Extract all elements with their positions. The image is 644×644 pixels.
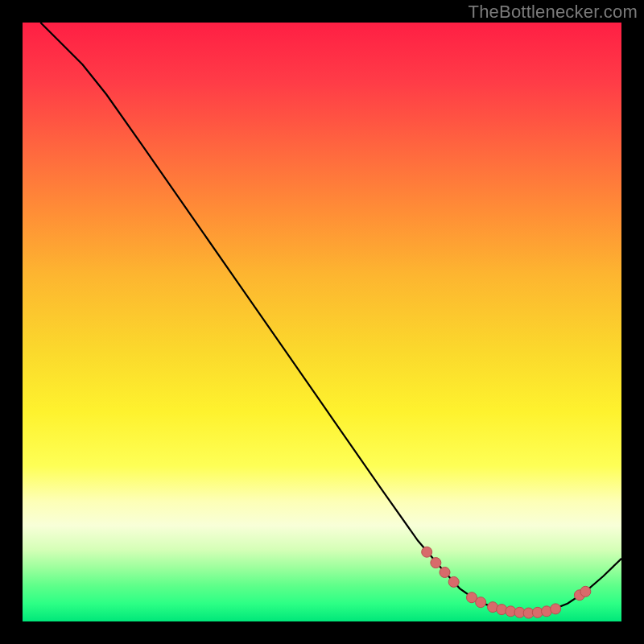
data-points	[422, 547, 591, 618]
attribution-text: TheBottlenecker.com	[469, 2, 638, 23]
data-point	[476, 597, 486, 608]
chart-container: TheBottlenecker.com	[0, 0, 644, 644]
data-point	[440, 567, 450, 577]
data-point	[448, 576, 459, 587]
data-point	[551, 604, 561, 614]
data-point	[580, 586, 591, 597]
curve-layer	[23, 23, 621, 621]
data-point	[422, 547, 432, 557]
data-point	[431, 558, 441, 568]
bottleneck-curve	[40, 23, 621, 613]
plot-area	[23, 23, 621, 621]
